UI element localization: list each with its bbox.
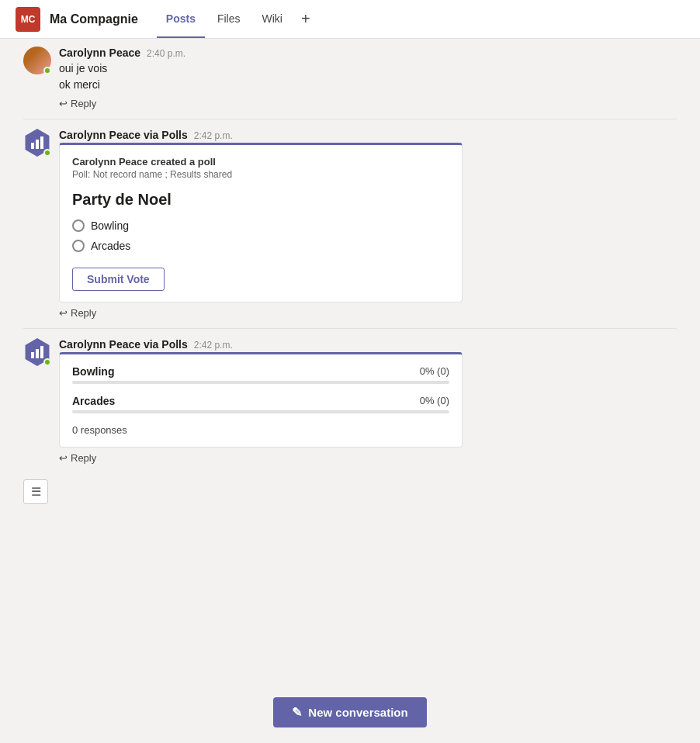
app-icon: MC <box>16 7 40 32</box>
result-label-row-arcades: Arcades 0% (0) <box>72 395 449 407</box>
thread-area: Carolynn Peace 2:40 p.m. oui je vois ok … <box>0 39 700 582</box>
result-label-row-bowling: Bowling 0% (0) <box>72 365 449 378</box>
poll-message-content-2: Carolynn Peace via Polls 2:42 p.m. Bowli… <box>59 338 677 448</box>
poll-subtitle: Poll: Not record name ; Results shared <box>72 169 449 180</box>
poll-message-content-1: Carolynn Peace via Polls 2:42 p.m. Carol… <box>59 129 677 302</box>
polls-bar-icon <box>29 135 45 150</box>
header: MC Ma Compagnie Posts Files Wiki + <box>0 0 700 39</box>
poll-created-text: Carolynn Peace created a poll <box>72 156 449 168</box>
result-label-arcades: Arcades <box>72 395 115 407</box>
add-tab-button[interactable]: + <box>295 0 317 38</box>
bar-bg-bowling <box>72 381 449 384</box>
svg-rect-5 <box>40 346 43 358</box>
poll-responses: 0 responses <box>72 424 449 436</box>
nav-tabs: Posts Files Wiki + <box>157 0 317 38</box>
reply-button-1[interactable]: ↩ Reply <box>59 98 677 109</box>
svg-rect-4 <box>36 349 39 358</box>
message-text-2: ok merci <box>59 77 677 93</box>
poll-title: Party de Noel <box>72 191 449 209</box>
poll-time-1: 2:42 p.m. <box>194 130 233 141</box>
poll-option-label-1: Bowling <box>91 219 129 232</box>
reply-arrow-icon: ↩ <box>59 98 68 109</box>
new-conversation-label: New conversation <box>308 706 407 719</box>
poll-option-label-2: Arcades <box>91 240 130 252</box>
svg-rect-2 <box>40 137 43 149</box>
poll-sender-1: Carolynn Peace via Polls <box>59 129 188 141</box>
bar-bg-arcades <box>72 410 449 413</box>
radio-arcades[interactable] <box>72 240 85 252</box>
compose-icon-box[interactable]: ☰ <box>23 479 48 504</box>
result-pct-arcades: 0% (0) <box>420 395 449 407</box>
poll-time-2: 2:42 p.m. <box>194 340 233 351</box>
new-conversation-icon: ✎ <box>292 705 302 720</box>
polls-online-indicator-2 <box>43 358 51 366</box>
message-row: Carolynn Peace 2:40 p.m. oui je vois ok … <box>23 47 677 93</box>
team-name: Ma Compagnie <box>50 12 138 26</box>
bottom-bar: ✎ New conversation <box>0 697 700 727</box>
online-indicator <box>43 67 51 74</box>
polls-online-indicator-1 <box>43 149 51 157</box>
svg-rect-0 <box>31 143 34 149</box>
poll-option-1: Bowling <box>72 219 449 232</box>
message-text-1: oui je vois <box>59 60 677 77</box>
svg-rect-1 <box>36 140 39 149</box>
main-content: Carolynn Peace 2:40 p.m. oui je vois ok … <box>0 39 700 743</box>
poll-message-row-2: Carolynn Peace via Polls 2:42 p.m. Bowli… <box>23 338 677 448</box>
tab-posts[interactable]: Posts <box>157 0 205 38</box>
compose-icon-row: ☰ <box>23 479 677 504</box>
svg-rect-3 <box>31 352 34 358</box>
tab-wiki[interactable]: Wiki <box>252 0 291 38</box>
poll-header-1: Carolynn Peace via Polls 2:42 p.m. <box>59 129 677 141</box>
submit-vote-button[interactable]: Submit Vote <box>72 268 165 291</box>
poll-sender-2: Carolynn Peace via Polls <box>59 338 188 351</box>
poll-card-2: Bowling 0% (0) Arcades 0% (0) <box>59 352 463 448</box>
reply-arrow-icon-2: ↩ <box>59 307 68 319</box>
reply-button-3[interactable]: ↩ Reply <box>59 452 677 464</box>
result-row-bowling: Bowling 0% (0) <box>72 365 449 384</box>
message-time: 2:40 p.m. <box>147 48 185 59</box>
new-conversation-button[interactable]: ✎ New conversation <box>273 697 426 727</box>
compose-icon: ☰ <box>31 485 41 499</box>
reply-arrow-icon-3: ↩ <box>59 452 68 464</box>
poll-option-2: Arcades <box>72 240 449 252</box>
message-header: Carolynn Peace 2:40 p.m. <box>59 47 677 59</box>
message-content: Carolynn Peace 2:40 p.m. oui je vois ok … <box>59 47 677 93</box>
result-label-bowling: Bowling <box>72 365 114 378</box>
polls-avatar-2 <box>23 338 51 366</box>
reply-button-2[interactable]: ↩ Reply <box>59 307 677 319</box>
poll-card-1: Carolynn Peace created a poll Poll: Not … <box>59 143 463 302</box>
thread-divider-1 <box>23 119 677 119</box>
poll-header-2: Carolynn Peace via Polls 2:42 p.m. <box>59 338 677 351</box>
polls-avatar-1 <box>23 129 51 157</box>
sender-name: Carolynn Peace <box>59 47 140 59</box>
radio-bowling[interactable] <box>72 219 85 232</box>
result-row-arcades: Arcades 0% (0) <box>72 395 449 413</box>
avatar <box>23 47 51 74</box>
poll-message-row-1: Carolynn Peace via Polls 2:42 p.m. Carol… <box>23 129 677 302</box>
tab-files[interactable]: Files <box>208 0 250 38</box>
polls-bar-icon-2 <box>29 344 45 360</box>
thread-divider-2 <box>23 328 677 329</box>
result-pct-bowling: 0% (0) <box>420 365 449 378</box>
